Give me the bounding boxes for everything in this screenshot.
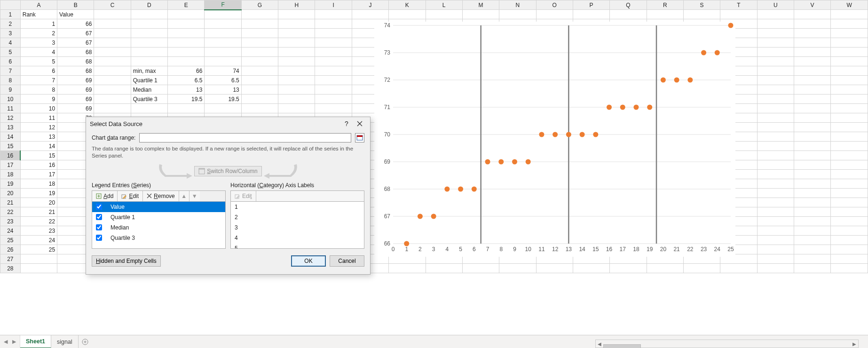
- cell-V13[interactable]: [794, 123, 830, 132]
- cell-D10[interactable]: Quartile 3: [131, 95, 167, 104]
- ok-button[interactable]: OK: [291, 255, 326, 267]
- cell-G10[interactable]: [241, 95, 278, 104]
- cell-G3[interactable]: [241, 29, 278, 38]
- cell-V18[interactable]: [794, 170, 830, 179]
- column-header-L[interactable]: L: [426, 0, 462, 10]
- cell-B4[interactable]: 67: [57, 38, 94, 47]
- column-header-T[interactable]: T: [720, 0, 757, 10]
- cell-U18[interactable]: [757, 170, 794, 179]
- cell-E11[interactable]: [168, 104, 205, 113]
- cell-W10[interactable]: [831, 95, 868, 104]
- row-header-16[interactable]: 16: [0, 151, 21, 160]
- cell-F3[interactable]: [205, 29, 241, 38]
- cancel-button[interactable]: Cancel: [330, 255, 364, 267]
- cell-U21[interactable]: [757, 198, 794, 207]
- cell-D4[interactable]: [131, 38, 167, 47]
- cell-A28[interactable]: [20, 264, 57, 273]
- cell-A17[interactable]: 16: [20, 160, 57, 170]
- cell-F7[interactable]: 74: [205, 66, 241, 76]
- series-checkbox[interactable]: [96, 214, 102, 220]
- nav-next-icon[interactable]: ▶: [12, 339, 16, 345]
- cell-W11[interactable]: [831, 104, 868, 113]
- cell-D6[interactable]: [131, 57, 167, 66]
- sheet-tab-sheet1[interactable]: Sheet1: [20, 335, 51, 348]
- cell-U6[interactable]: [757, 57, 794, 66]
- cell-W18[interactable]: [831, 170, 868, 179]
- cell-A19[interactable]: 18: [20, 179, 57, 189]
- category-row-4[interactable]: 5: [231, 243, 364, 249]
- cell-L1[interactable]: [426, 10, 462, 19]
- column-header-W[interactable]: W: [831, 0, 868, 10]
- cell-U3[interactable]: [757, 29, 794, 38]
- cell-B2[interactable]: 66: [57, 19, 94, 29]
- scroll-right-icon[interactable]: ▶: [851, 341, 858, 347]
- cell-E1[interactable]: [168, 10, 205, 19]
- column-header-D[interactable]: D: [131, 0, 167, 10]
- cell-W28[interactable]: [831, 264, 868, 273]
- row-header-28[interactable]: 28: [0, 264, 21, 273]
- cell-H2[interactable]: [278, 19, 315, 29]
- horizontal-scrollbar[interactable]: ◀ ▶: [595, 340, 859, 348]
- row-header-23[interactable]: 23: [0, 217, 21, 226]
- row-header-20[interactable]: 20: [0, 189, 21, 198]
- row-header-6[interactable]: 6: [0, 57, 21, 66]
- select-all-corner[interactable]: [0, 0, 21, 10]
- cell-F2[interactable]: [205, 19, 241, 29]
- column-header-R[interactable]: R: [647, 0, 683, 10]
- cell-C4[interactable]: [94, 38, 131, 47]
- cell-N1[interactable]: [499, 10, 536, 19]
- cell-E6[interactable]: [168, 57, 205, 66]
- row-header-8[interactable]: 8: [0, 76, 21, 85]
- series-checkbox[interactable]: [96, 224, 102, 230]
- cell-H6[interactable]: [278, 57, 315, 66]
- cell-I2[interactable]: [315, 19, 352, 29]
- sheet-nav-buttons[interactable]: ◀ ▶: [0, 335, 20, 348]
- cell-E5[interactable]: [168, 47, 205, 57]
- cell-A1[interactable]: Rank: [20, 10, 57, 19]
- cell-A16[interactable]: 15: [20, 151, 57, 160]
- cell-I10[interactable]: [315, 95, 352, 104]
- cell-R1[interactable]: [647, 10, 683, 19]
- cell-A18[interactable]: 17: [20, 170, 57, 179]
- cell-E9[interactable]: 13: [168, 85, 205, 95]
- row-header-27[interactable]: 27: [0, 254, 21, 264]
- cell-V28[interactable]: [794, 264, 830, 273]
- cell-U25[interactable]: [757, 236, 794, 245]
- cell-F8[interactable]: 6.5: [205, 76, 241, 85]
- column-header-U[interactable]: U: [757, 0, 794, 10]
- row-header-3[interactable]: 3: [0, 29, 21, 38]
- cell-V1[interactable]: [794, 10, 830, 19]
- cell-U5[interactable]: [757, 47, 794, 57]
- cell-D2[interactable]: [131, 19, 167, 29]
- cell-V7[interactable]: [794, 66, 830, 76]
- cell-P28[interactable]: [573, 264, 609, 273]
- cell-B5[interactable]: 68: [57, 47, 94, 57]
- cell-D3[interactable]: [131, 29, 167, 38]
- edit-series-button[interactable]: Edit: [118, 191, 143, 201]
- cell-E10[interactable]: 19.5: [168, 95, 205, 104]
- cell-H5[interactable]: [278, 47, 315, 57]
- cell-T28[interactable]: [720, 264, 757, 273]
- cell-G1[interactable]: [241, 10, 278, 19]
- cell-V23[interactable]: [794, 217, 830, 226]
- cell-C10[interactable]: [94, 95, 131, 104]
- row-header-7[interactable]: 7: [0, 66, 21, 76]
- series-row-0[interactable]: Value: [92, 202, 225, 212]
- cell-W19[interactable]: [831, 179, 868, 189]
- cell-V6[interactable]: [794, 57, 830, 66]
- cell-D1[interactable]: [131, 10, 167, 19]
- cell-C11[interactable]: [94, 104, 131, 113]
- cell-V22[interactable]: [794, 207, 830, 217]
- cell-W8[interactable]: [831, 76, 868, 85]
- cell-E7[interactable]: 66: [168, 66, 205, 76]
- cell-I6[interactable]: [315, 57, 352, 66]
- series-row-1[interactable]: Quartile 1: [92, 212, 225, 222]
- cell-R28[interactable]: [647, 264, 683, 273]
- cell-U27[interactable]: [757, 254, 794, 264]
- series-row-3[interactable]: Quartile 3: [92, 233, 225, 243]
- hidden-empty-cells-button[interactable]: Hidden and Empty Cells: [92, 255, 161, 267]
- row-header-2[interactable]: 2: [0, 19, 21, 29]
- row-header-17[interactable]: 17: [0, 160, 21, 170]
- cell-B10[interactable]: 69: [57, 95, 94, 104]
- row-header-1[interactable]: 1: [0, 10, 21, 19]
